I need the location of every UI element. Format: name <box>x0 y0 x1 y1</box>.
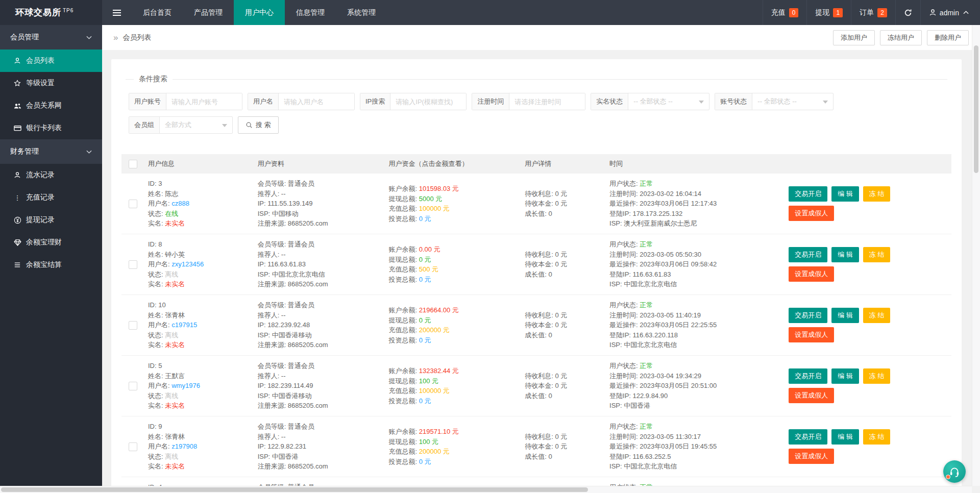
row-checkbox[interactable] <box>129 442 137 451</box>
delete-user-button[interactable]: 删除用户 <box>927 30 969 45</box>
balance-amount[interactable]: 0.00 元 <box>419 245 440 253</box>
invest-total[interactable]: 0 元 <box>419 215 431 223</box>
edit-button[interactable]: 编 辑 <box>831 429 859 445</box>
register-source: 8685205.com <box>288 280 328 288</box>
sidebar-item-recharge-records[interactable]: ⋮ 充值记录 <box>0 186 102 209</box>
freeze-button[interactable]: 冻 结 <box>863 247 891 262</box>
row-checkbox[interactable] <box>129 200 137 208</box>
set-fake-button[interactable]: 设置成假人 <box>789 327 834 342</box>
order-stat[interactable]: 订单 2 <box>851 0 895 25</box>
row-actions-cell: 交易开启 编 辑 冻 结 设置成假人 <box>785 295 951 355</box>
realname-status: 未实名 <box>165 280 185 288</box>
trade-toggle-button[interactable]: 交易开启 <box>789 186 827 202</box>
member-group-select[interactable]: 全部方式 <box>160 117 232 133</box>
search-button[interactable]: 搜 索 <box>238 116 279 134</box>
freeze-button[interactable]: 冻 结 <box>863 186 891 202</box>
last-operation-time: 2023年03月06日 09:58:42 <box>640 260 717 268</box>
realname-status: 未实名 <box>165 462 185 470</box>
edit-button[interactable]: 编 辑 <box>831 308 859 323</box>
invest-total[interactable]: 0 元 <box>419 276 431 283</box>
recharge-total[interactable]: 100000 元 <box>419 205 450 212</box>
set-fake-button[interactable]: 设置成假人 <box>789 388 834 403</box>
register-source: 8685205.com <box>288 341 328 349</box>
trade-toggle-button[interactable]: 交易开启 <box>789 368 827 384</box>
recharge-stat[interactable]: 充值 0 <box>763 0 807 25</box>
trade-toggle-button[interactable]: 交易开启 <box>789 247 827 262</box>
add-user-button[interactable]: 添加用户 <box>833 30 875 45</box>
sidebar-item-yuebao-invest[interactable]: 余额宝理财 <box>0 231 102 254</box>
select-all-checkbox[interactable] <box>129 160 137 168</box>
balance-amount[interactable]: 219664.00 元 <box>419 306 459 314</box>
horizontal-scrollbar-thumb[interactable] <box>1 487 588 492</box>
sidebar-item-level-settings[interactable]: 等级设置 <box>0 72 102 94</box>
withdraw-total[interactable]: 0 元 <box>419 316 431 324</box>
recharge-total[interactable]: 100000 元 <box>419 387 450 395</box>
ip-search-input[interactable] <box>390 93 466 110</box>
tab-information[interactable]: 信息管理 <box>285 0 336 25</box>
invest-total[interactable]: 0 元 <box>419 336 431 344</box>
username-link[interactable]: c197915 <box>172 321 197 329</box>
tab-system[interactable]: 系统管理 <box>336 0 387 25</box>
set-fake-button[interactable]: 设置成假人 <box>789 266 834 282</box>
balance-amount[interactable]: 219571.10 元 <box>419 428 459 435</box>
row-checkbox[interactable] <box>129 321 137 330</box>
username-link[interactable]: z197908 <box>172 442 197 450</box>
account-search-field: 用户账号 <box>129 93 242 110</box>
recharge-total[interactable]: 200000 元 <box>419 448 450 455</box>
user-detail-cell: 待收利息: 0 元 待收本金: 0 元 成长值: 0 <box>521 295 605 355</box>
username-link[interactable]: cz888 <box>172 200 189 207</box>
customer-service-button[interactable] <box>943 460 966 483</box>
trade-toggle-button[interactable]: 交易开启 <box>789 308 827 323</box>
account-search-input[interactable] <box>166 93 242 110</box>
sidebar-group-finance-mgmt[interactable]: 财务管理 <box>0 139 102 164</box>
tab-dashboard[interactable]: 后台首页 <box>132 0 183 25</box>
tab-user-center[interactable]: 用户中心 <box>234 0 285 25</box>
withdraw-total[interactable]: 100 元 <box>419 377 438 385</box>
hamburger-menu-icon[interactable] <box>102 0 132 25</box>
refresh-button[interactable] <box>895 0 920 25</box>
withdraw-total[interactable]: 100 元 <box>419 438 438 446</box>
row-checkbox[interactable] <box>129 260 137 269</box>
user-detail-cell: 待收利息: 0 元 待收本金: 0 元 成长值: 0 <box>521 356 605 416</box>
sidebar-item-flow-records[interactable]: 流水记录 <box>0 164 102 186</box>
account-status-select[interactable]: -- 全部状态 -- <box>752 93 833 110</box>
recharge-total[interactable]: 200000 元 <box>419 326 450 334</box>
admin-user-menu[interactable]: admin <box>920 0 980 25</box>
withdraw-total[interactable]: 0 元 <box>419 256 431 263</box>
withdraw-stat[interactable]: 提现 1 <box>806 0 851 25</box>
regtime-search-input[interactable] <box>509 93 585 110</box>
set-fake-button[interactable]: 设置成假人 <box>789 206 834 221</box>
username-link[interactable]: wmy1976 <box>172 382 200 389</box>
invest-total[interactable]: 0 元 <box>419 458 431 465</box>
sidebar-item-member-list[interactable]: 会员列表 <box>0 50 102 72</box>
set-fake-button[interactable]: 设置成假人 <box>789 449 834 464</box>
sidebar-group-member-mgmt[interactable]: 会员管理 <box>0 25 102 50</box>
realname-status-select[interactable]: -- 全部状态 -- <box>628 93 709 110</box>
trade-toggle-button[interactable]: 交易开启 <box>789 429 827 445</box>
balance-amount[interactable]: 101598.03 元 <box>419 185 459 192</box>
account-status-value: -- 全部状态 -- <box>757 97 797 105</box>
invest-total[interactable]: 0 元 <box>419 397 431 405</box>
tab-products[interactable]: 产品管理 <box>183 0 234 25</box>
freeze-button[interactable]: 冻 结 <box>863 368 891 384</box>
sidebar-item-bank-cards[interactable]: 银行卡列表 <box>0 117 102 139</box>
sidebar-item-yuebao-settle[interactable]: 余额宝结算 <box>0 254 102 276</box>
username-link[interactable]: zxy123456 <box>172 260 204 268</box>
sidebar-item-withdraw-records[interactable]: 提现记录 <box>0 209 102 231</box>
balance-amount[interactable]: 132382.44 元 <box>419 367 459 375</box>
freeze-button[interactable]: 冻 结 <box>863 308 891 323</box>
recharge-total[interactable]: 500 元 <box>419 265 438 273</box>
username-search-input[interactable] <box>279 93 354 110</box>
edit-button[interactable]: 编 辑 <box>831 368 859 384</box>
vertical-scrollbar-thumb[interactable] <box>974 45 978 173</box>
withdraw-total[interactable]: 5000 元 <box>419 195 443 203</box>
edit-button[interactable]: 编 辑 <box>831 247 859 262</box>
growth-value: 0 <box>548 453 552 460</box>
header-user-detail: 用户详情 <box>521 159 605 168</box>
freeze-button[interactable]: 冻 结 <box>863 429 891 445</box>
freeze-user-button[interactable]: 冻结用户 <box>880 30 922 45</box>
edit-button[interactable]: 编 辑 <box>831 186 859 202</box>
sidebar-item-member-network[interactable]: 会员关系网 <box>0 94 102 117</box>
row-checkbox[interactable] <box>129 382 137 390</box>
ip-search-label: IP搜索 <box>360 93 390 110</box>
